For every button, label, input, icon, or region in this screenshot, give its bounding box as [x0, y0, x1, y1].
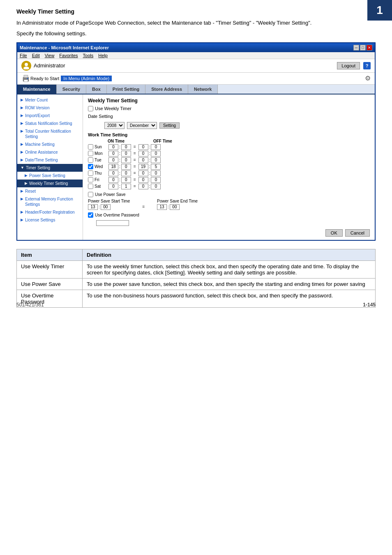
fri-off-hour[interactable] [138, 177, 148, 183]
menu-favorites[interactable]: Favorites [59, 53, 78, 58]
maximize-button[interactable]: □ [360, 45, 366, 51]
tue-on-hour[interactable] [108, 157, 118, 163]
setting-button[interactable]: Setting [159, 122, 180, 129]
ps-end-hour[interactable] [157, 204, 167, 210]
sidebar-item-datetime[interactable]: ▶ Date/Time Setting [17, 156, 83, 164]
browser-titlebar: Maintenance - Microsoft Internet Explore… [17, 43, 375, 52]
sep14: : [149, 184, 150, 189]
checkbox-tue[interactable] [88, 157, 93, 163]
checkbox-fri[interactable] [88, 177, 93, 182]
sidebar-item-meter-count[interactable]: ▶ Meter Count [17, 96, 83, 104]
tue-on-min[interactable] [121, 157, 131, 163]
thu-on-min[interactable] [121, 170, 131, 176]
menu-help[interactable]: Help [98, 53, 108, 58]
sidebar-item-import-export[interactable]: ▶ Import/Export [17, 112, 83, 120]
thu-off-hour[interactable] [138, 170, 148, 176]
sun-off-min[interactable] [151, 144, 161, 150]
sidebar-item-license[interactable]: ▶ License Settings [17, 216, 83, 224]
tue-off-hour[interactable] [138, 157, 148, 163]
sep5: : [119, 158, 120, 162]
sidebar-item-weekly-timer[interactable]: ▶ Weekly Timer Setting [17, 180, 83, 187]
checkbox-thu[interactable] [88, 170, 93, 176]
day-fri: Fri [95, 177, 99, 182]
year-select[interactable]: 2008 [104, 122, 125, 129]
def-item-weekly: Use Weekly Timer [17, 260, 83, 278]
minimize-button[interactable]: ─ [353, 45, 359, 51]
checkbox-sun[interactable] [88, 144, 93, 150]
sidebar-item-machine-setting[interactable]: ▶ Machine Setting [17, 140, 83, 148]
sun-on-min[interactable] [121, 144, 131, 150]
menu-file[interactable]: File [20, 53, 27, 58]
mon-off-hour[interactable] [138, 151, 148, 157]
use-weekly-timer-label: Use Weekly Timer [95, 106, 131, 111]
def-col-definition: Definition [83, 249, 376, 260]
month-select[interactable]: December [127, 122, 157, 129]
tab-maintenance[interactable]: Maintenance [17, 85, 57, 94]
sidebar-item-total-counter[interactable]: ▶ Total Counter Notification Setting [17, 127, 83, 140]
checkbox-mon[interactable] [88, 151, 93, 156]
menu-edit[interactable]: Edit [32, 53, 40, 58]
mon-on-hour[interactable] [108, 151, 118, 157]
logout-button[interactable]: Logout [337, 62, 360, 69]
page-badge: 1 [367, 0, 392, 21]
sidebar-item-timer-setting[interactable]: ▼ Timer Setting [17, 164, 83, 172]
fri-on-hour[interactable] [108, 177, 118, 183]
def-def-weekly: To use the weekly timer function, select… [83, 260, 376, 278]
sun-on-hour[interactable] [108, 144, 118, 150]
menu-tools[interactable]: Tools [83, 53, 94, 58]
sat-off-hour[interactable] [138, 184, 148, 189]
ps-start-min[interactable] [101, 204, 111, 210]
menu-view[interactable]: View [45, 53, 55, 58]
fri-off-min[interactable] [151, 177, 161, 183]
ps-start-hour[interactable] [88, 204, 98, 210]
sat-off-min[interactable] [151, 184, 161, 189]
use-overtime-password-checkbox[interactable] [88, 212, 93, 218]
mon-on-min[interactable] [121, 151, 131, 157]
sidebar-item-status-notification[interactable]: ▶ Status Notification Setting [17, 120, 83, 127]
tue-off-min[interactable] [151, 157, 161, 163]
wed-on-min[interactable] [121, 164, 131, 170]
overtime-password-field[interactable] [96, 220, 129, 226]
arrow-icon: ▶ [21, 210, 23, 215]
cancel-button[interactable]: Cancel [345, 229, 370, 237]
use-weekly-timer-checkbox[interactable] [88, 106, 93, 111]
wed-on-hour[interactable] [108, 164, 118, 170]
day-sun: Sun [95, 145, 102, 149]
tab-network[interactable]: Network [188, 85, 218, 94]
tab-security[interactable]: Security [57, 85, 86, 94]
sidebar-item-reset[interactable]: ▶ Reset [17, 187, 83, 195]
ok-button[interactable]: OK [325, 229, 343, 237]
wed-off-hour[interactable] [138, 164, 148, 170]
ps-end-label: Power Save End Time [157, 199, 198, 203]
ps-end-min[interactable] [170, 204, 180, 210]
tab-box[interactable]: Box [86, 85, 107, 94]
tab-print-setting[interactable]: Print Setting [107, 85, 145, 94]
close-button[interactable]: ✕ [367, 45, 372, 51]
sat-on-min[interactable] [121, 184, 131, 189]
day-wed: Wed [95, 164, 103, 169]
help-badge[interactable]: ? [363, 62, 371, 69]
printer-icon [21, 74, 30, 83]
fri-on-min[interactable] [121, 177, 131, 183]
sep8: : [149, 164, 150, 169]
bottom-buttons: OK Cancel [88, 229, 370, 237]
sidebar-item-online-assistance[interactable]: ▶ Online Assistance [17, 148, 83, 156]
sidebar-item-power-save[interactable]: ▶ Power Save Setting [17, 172, 83, 180]
refresh-icon[interactable]: ⚙ [365, 74, 371, 82]
tab-store-address[interactable]: Store Address [145, 85, 188, 94]
sat-on-hour[interactable] [108, 184, 118, 189]
sidebar-item-rom-version[interactable]: ▶ ROM Version [17, 104, 83, 112]
admin-bar: Administrator Logout ? [17, 59, 375, 73]
sidebar-item-header-footer[interactable]: ▶ Header/Footer Registration [17, 208, 83, 216]
checkbox-sat[interactable] [88, 184, 93, 189]
use-power-save-checkbox[interactable] [88, 192, 93, 197]
sun-off-hour[interactable] [138, 144, 148, 150]
checkbox-wed[interactable] [88, 164, 93, 169]
thu-off-min[interactable] [151, 170, 161, 176]
wed-off-min[interactable] [151, 164, 161, 170]
power-save-start-group: Power Save Start Time : [88, 199, 130, 210]
arrow-icon: ▶ [21, 121, 23, 126]
thu-on-hour[interactable] [108, 170, 118, 176]
sidebar-item-external-memory[interactable]: ▶ External Memory Function Settings [17, 195, 83, 208]
mon-off-min[interactable] [151, 151, 161, 157]
